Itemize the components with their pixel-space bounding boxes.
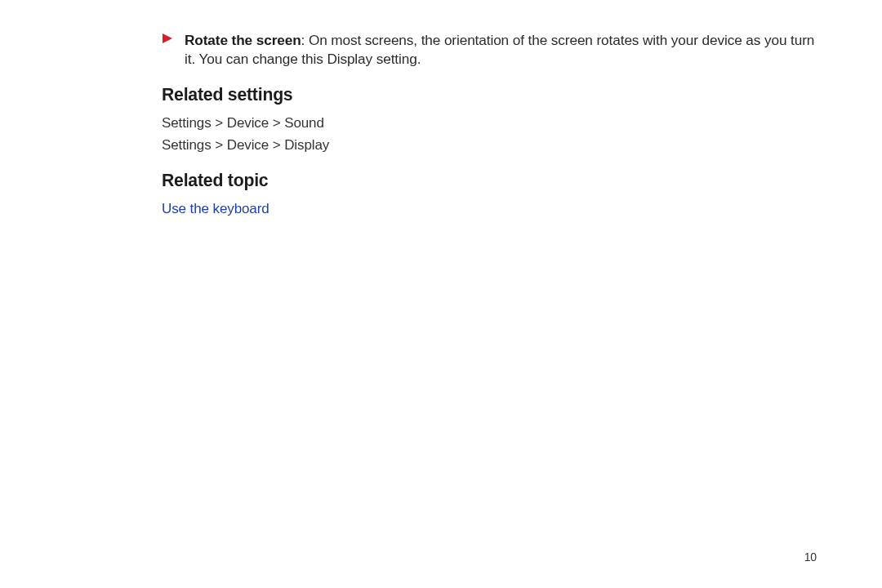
play-bullet-icon: [162, 33, 173, 69]
settings-path-display: Settings > Device > Display: [162, 135, 817, 156]
bullet-text: Rotate the screen: On most screens, the …: [185, 31, 817, 69]
bullet-title: Rotate the screen: [185, 32, 301, 48]
svg-marker-0: [163, 33, 172, 43]
related-settings-heading: Related settings: [162, 85, 817, 105]
page-number: 10: [804, 550, 817, 564]
settings-path-sound: Settings > Device > Sound: [162, 113, 817, 134]
related-topic-heading: Related topic: [162, 171, 817, 190]
bullet-item: Rotate the screen: On most screens, the …: [162, 31, 817, 69]
use-the-keyboard-link[interactable]: Use the keyboard: [162, 198, 270, 220]
